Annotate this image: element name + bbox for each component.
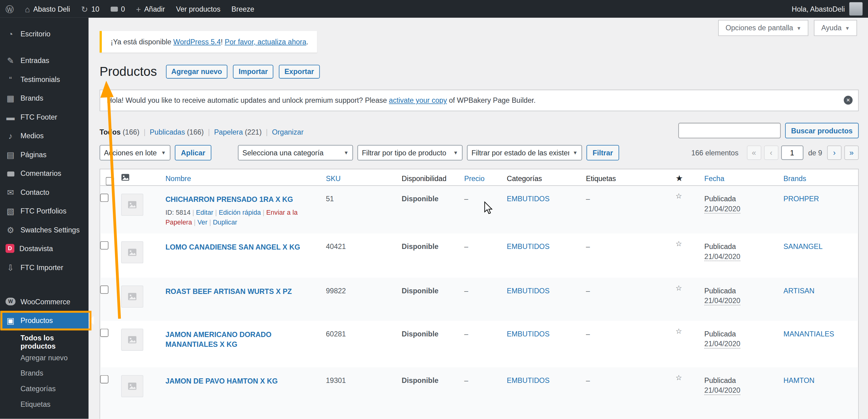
brand-link[interactable]: ARTISAN [783,287,815,295]
submenu-item-todos-los-productos[interactable]: Todos los productos [0,334,88,350]
sidebar-item-label: FTC Footer [21,112,57,121]
export-button[interactable]: Exportar [279,65,320,78]
product-thumbnail[interactable] [121,329,143,351]
product-thumbnail[interactable] [121,285,143,308]
activate-copy-link[interactable]: activate your copy [389,96,447,105]
column-header-sku[interactable]: SKU [326,174,402,182]
new-content-menu[interactable]: + Añadir [131,0,170,18]
view-sort-link[interactable]: Organizar [272,128,303,136]
import-button[interactable]: Importar [233,65,273,78]
brand-link[interactable]: MANANTIALES [783,330,834,338]
product-name-link[interactable]: ROAST BEEF ARTISAN WURTS X PZ [165,287,292,296]
search-products-button[interactable]: Buscar productos [785,123,859,138]
quote-icon: “ [5,75,16,83]
category-link[interactable]: EMBUTIDOS [507,242,550,251]
sidebar-item-comentarios[interactable]: Comentarios [0,164,88,183]
featured-star-icon[interactable]: ☆ [676,186,704,234]
current-page-input[interactable] [781,146,803,160]
sidebar-item-paginas[interactable]: ▤ Páginas [0,145,88,164]
product-thumbnail[interactable] [121,375,143,397]
category-link[interactable]: EMBUTIDOS [507,330,550,338]
view-all-link[interactable]: Todos [100,128,121,136]
product-thumbnail[interactable] [121,194,143,216]
brand-link[interactable]: PROHPER [783,195,819,203]
select-all-checkbox[interactable] [106,177,114,185]
column-header-precio[interactable]: Precio [464,174,507,182]
avatar[interactable] [849,2,863,15]
submenu-item-brands[interactable]: Brands [0,365,88,381]
sidebar-item-ftc-importer[interactable]: ⇩ FTC Importer [0,258,88,277]
featured-star-icon[interactable]: ☆ [676,233,704,278]
dostavista-icon: D [5,244,14,253]
account-greeting[interactable]: Hola, AbastoDeli [792,5,845,13]
bulk-actions-select[interactable]: Acciones en lote ▼ [100,145,170,161]
view-published-link[interactable]: Publicadas [150,128,185,136]
product-name-link[interactable]: CHICHARRON PRENSADO 1RA X KG [165,195,293,204]
sidebar-item-brands[interactable]: ▦ Brands [0,88,88,107]
featured-star-icon[interactable]: ☆ [676,367,704,419]
row-checkbox[interactable] [100,329,108,337]
duplicate-link[interactable]: Duplicar [213,218,237,226]
breeze-menu[interactable]: Breeze [226,0,260,18]
category-link[interactable]: EMBUTIDOS [507,195,550,203]
product-name-link[interactable]: LOMO CANADIENSE SAN ANGEL X KG [165,242,300,252]
product-thumbnail[interactable] [121,241,143,263]
comments-menu[interactable]: 0 [105,0,131,18]
submenu-item-categorias[interactable]: Categorías [0,381,88,396]
stock-status-filter-select[interactable]: Filtrar por estado de las existen ▼ [467,145,582,161]
publish-date: 21/04/2020 [704,252,740,261]
sidebar-item-swatches-settings[interactable]: ⚙ Swatches Settings [0,220,88,239]
sidebar-item-escritorio[interactable]: ◔ Escritorio [0,25,88,43]
apply-button[interactable]: Aplicar [175,145,212,161]
column-header-nombre[interactable]: Nombre [165,174,326,182]
product-type-filter-select[interactable]: Filtrar por tipo de producto ▼ [358,145,463,161]
row-checkbox[interactable] [100,285,108,294]
help-button[interactable]: Ayuda ▼ [814,20,857,36]
update-now-link[interactable]: Por favor, actualiza ahora [225,38,306,46]
submenu-item-agregar-nuevo[interactable]: Agregar nuevo [0,350,88,365]
category-link[interactable]: EMBUTIDOS [507,287,550,295]
view-trash-link[interactable]: Papelera [214,128,243,136]
view-products-menu[interactable]: Ver productos [170,0,226,18]
dismiss-notice-icon[interactable]: ✕ [844,96,853,105]
sidebar-item-contacto[interactable]: ✉ Contacto [0,183,88,201]
availability-status: Disponible [402,367,464,419]
edit-link[interactable]: Editar [196,208,214,216]
search-input[interactable] [678,123,780,138]
row-checkbox[interactable] [100,241,108,250]
sidebar-item-dostavista[interactable]: D Dostavista [0,239,88,258]
column-header-brands[interactable]: Brands [783,174,858,182]
updates-menu[interactable]: ↻ 10 [75,0,105,18]
filter-button[interactable]: Filtrar [587,145,619,161]
submenu-item-etiquetas[interactable]: Etiquetas [0,396,88,412]
last-page-button[interactable]: » [844,146,859,160]
category-link[interactable]: EMBUTIDOS [507,376,550,384]
sidebar-item-label: FTC Portfolios [21,207,66,215]
brand-link[interactable]: HAMTON [783,376,815,384]
brand-link[interactable]: SANANGEL [783,242,823,251]
add-new-button[interactable]: Agregar nuevo [166,65,227,78]
row-checkbox[interactable] [100,375,108,384]
sidebar-item-ftc-portfolios[interactable]: ▧ FTC Portfolios [0,201,88,220]
next-page-button[interactable]: › [827,146,841,160]
view-link[interactable]: Ver [197,218,208,226]
sidebar-item-ftc-footer[interactable]: ▬ FTC Footer [0,107,88,126]
product-name-link[interactable]: JAMON DE PAVO HAMTON X KG [165,376,278,386]
sidebar-item-woocommerce[interactable]: W WooCommerce [0,292,88,311]
sidebar-item-testimonials[interactable]: “ Testimonials [0,70,88,89]
row-checkbox[interactable] [100,194,108,202]
screen-options-button[interactable]: Opciones de pantalla ▼ [718,20,809,36]
sidebar-item-entradas[interactable]: ✎ Entradas [0,51,88,70]
product-sku: 60281 [326,321,402,367]
product-name-link[interactable]: JAMON AMERICANO DORADO MANANTIALES X KG [165,330,321,349]
wordpress-update-link[interactable]: WordPress 5.4 [174,38,221,46]
category-filter-select[interactable]: Selecciona una categoría ▼ [238,145,353,161]
column-header-fecha[interactable]: Fecha [704,174,783,182]
sidebar-item-productos[interactable]: ▣ Productos [0,311,88,330]
quick-edit-link[interactable]: Edición rápida [219,208,261,216]
wordpress-logo-menu[interactable]: Ⓦ [0,0,19,18]
sidebar-item-medios[interactable]: ♪ Medios [0,126,88,145]
featured-star-icon[interactable]: ☆ [676,278,704,321]
featured-star-icon[interactable]: ☆ [676,321,704,367]
site-name-menu[interactable]: ⌂ Abasto Deli [19,0,75,18]
